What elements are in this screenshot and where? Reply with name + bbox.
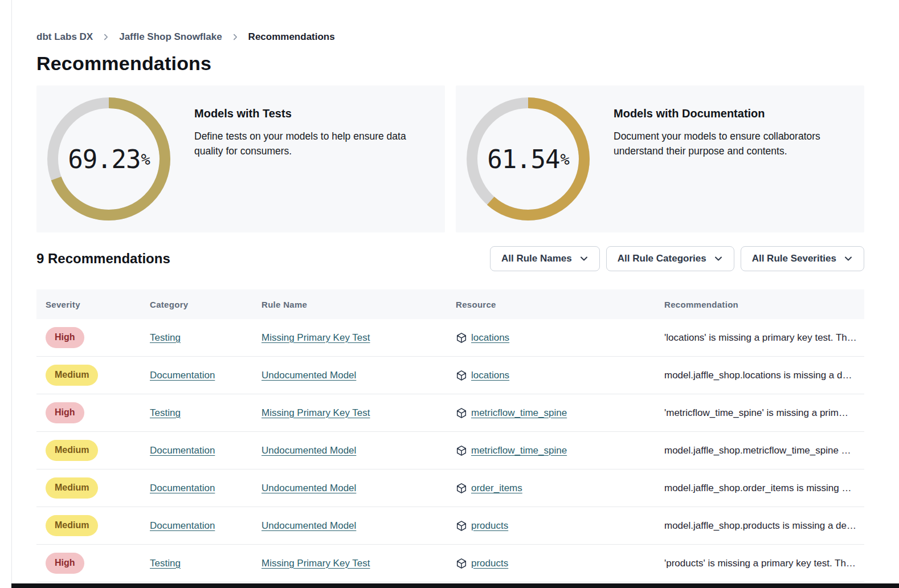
category-cell: Documentation: [141, 370, 252, 381]
rule-severities-filter-label: All Rule Severities: [752, 253, 836, 264]
rule-name-link[interactable]: Undocumented Model: [261, 520, 356, 531]
table-body: High Testing Missing Primary Key Test lo…: [36, 319, 864, 582]
severity-badge: High: [46, 327, 84, 348]
model-cube-icon: [456, 370, 467, 381]
column-header-recommendation: Recommendation: [655, 300, 864, 309]
model-cube-icon: [456, 520, 467, 532]
rule-name-cell: Undocumented Model: [252, 370, 447, 381]
category-link[interactable]: Testing: [150, 332, 181, 343]
recommendation-text: model.jaffle_shop.products is missing a …: [664, 520, 856, 531]
table-row: Medium Documentation Undocumented Model …: [36, 469, 864, 507]
table-row: Medium Documentation Undocumented Model …: [36, 507, 864, 545]
category-cell: Documentation: [141, 445, 252, 456]
recommendation-text: model.jaffle_shop.order_items is missing…: [664, 483, 852, 493]
docs-card-title: Models with Documentation: [614, 107, 851, 120]
rule-categories-filter-label: All Rule Categories: [618, 253, 706, 264]
resource-link[interactable]: locations: [471, 370, 509, 381]
resource-link[interactable]: metricflow_time_spine: [471, 407, 567, 419]
rule-severities-filter-dropdown[interactable]: All Rule Severities: [741, 246, 864, 271]
severity-badge: High: [46, 402, 84, 423]
resource-link[interactable]: order_items: [471, 483, 522, 494]
category-link[interactable]: Documentation: [150, 445, 215, 456]
category-link[interactable]: Documentation: [150, 483, 215, 493]
rule-name-link[interactable]: Undocumented Model: [261, 370, 356, 381]
recommendation-cell: 'locations' is missing a primary key tes…: [655, 332, 864, 344]
severity-cell: Medium: [36, 477, 141, 498]
rule-name-link[interactable]: Missing Primary Key Test: [261, 558, 370, 569]
severity-cell: High: [36, 327, 141, 348]
models-with-documentation-card: 61.54% Models with Documentation Documen…: [456, 85, 864, 232]
tests-percent-label: 69.23%: [47, 97, 170, 220]
metric-cards: 69.23% Models with Tests Define tests on…: [36, 85, 864, 232]
model-cube-icon: [456, 558, 467, 569]
rule-name-link[interactable]: Missing Primary Key Test: [261, 332, 370, 343]
rule-names-filter-label: All Rule Names: [501, 253, 572, 264]
recommendation-cell: model.jaffle_shop.locations is missing a…: [655, 370, 864, 381]
category-link[interactable]: Documentation: [150, 520, 215, 531]
category-link[interactable]: Testing: [150, 407, 181, 418]
rule-categories-filter-dropdown[interactable]: All Rule Categories: [606, 246, 734, 271]
chevron-right-icon: [102, 33, 110, 41]
category-cell: Testing: [141, 332, 252, 344]
rule-name-cell: Undocumented Model: [252, 445, 447, 456]
category-cell: Testing: [141, 558, 252, 569]
list-header: 9 Recommendations All Rule Names All Rul…: [36, 246, 864, 271]
recommendation-text: model.jaffle_shop.metricflow_time_spine …: [664, 445, 851, 456]
resource-cell: order_items: [447, 483, 655, 494]
resource-cell: metricflow_time_spine: [447, 407, 655, 419]
rule-name-link[interactable]: Undocumented Model: [261, 445, 356, 456]
severity-cell: Medium: [36, 440, 141, 460]
docs-percent-label: 61.54%: [467, 97, 590, 220]
page-title: Recommendations: [36, 52, 864, 75]
category-link[interactable]: Testing: [150, 558, 181, 569]
resource-cell: locations: [447, 332, 655, 344]
models-with-tests-card: 69.23% Models with Tests Define tests on…: [36, 85, 445, 232]
category-cell: Documentation: [141, 520, 252, 532]
table-row: High Testing Missing Primary Key Test me…: [36, 394, 864, 432]
resource-link[interactable]: products: [471, 520, 508, 532]
tests-donut-chart: 69.23%: [47, 97, 170, 220]
model-cube-icon: [456, 332, 467, 344]
model-cube-icon: [456, 483, 467, 494]
left-divider: [11, 0, 12, 588]
main-content: dbt Labs DX Jaffle Shop Snowflake Recomm…: [36, 0, 864, 582]
severity-cell: Medium: [36, 365, 141, 385]
tests-card-title: Models with Tests: [194, 107, 431, 120]
chevron-down-icon: [714, 254, 723, 263]
tests-card-text: Models with Tests Define tests on your m…: [194, 107, 431, 211]
recommendations-count: 9 Recommendations: [36, 251, 170, 267]
recommendation-cell: 'metricflow_time_spine' is missing a pri…: [655, 407, 864, 419]
table-row: Medium Documentation Undocumented Model …: [36, 432, 864, 469]
recommendations-table: Severity Category Rule Name Resource Rec…: [36, 289, 864, 582]
resource-cell: locations: [447, 370, 655, 381]
severity-cell: High: [36, 402, 141, 423]
rule-name-cell: Missing Primary Key Test: [252, 558, 447, 569]
resource-link[interactable]: locations: [471, 332, 509, 344]
recommendation-text: 'metricflow_time_spine' is missing a pri…: [664, 407, 848, 418]
breadcrumb-item-dbt-labs-dx[interactable]: dbt Labs DX: [36, 31, 93, 43]
filter-bar: All Rule Names All Rule Categories All R…: [490, 246, 864, 271]
column-header-rule-name: Rule Name: [252, 300, 447, 309]
rule-name-cell: Undocumented Model: [252, 483, 447, 494]
docs-donut-chart: 61.54%: [467, 97, 590, 220]
recommendation-text: 'locations' is missing a primary key tes…: [664, 332, 857, 343]
table-row: High Testing Missing Primary Key Test pr…: [36, 545, 864, 582]
rule-name-link[interactable]: Missing Primary Key Test: [261, 407, 370, 418]
severity-badge: Medium: [46, 515, 98, 536]
column-header-resource: Resource: [447, 300, 655, 309]
recommendation-cell: model.jaffle_shop.products is missing a …: [655, 520, 864, 532]
model-cube-icon: [456, 407, 467, 419]
resource-link[interactable]: products: [471, 558, 508, 569]
category-link[interactable]: Documentation: [150, 370, 215, 381]
rule-names-filter-dropdown[interactable]: All Rule Names: [490, 246, 600, 271]
category-cell: Testing: [141, 407, 252, 419]
breadcrumb-item-recommendations: Recommendations: [248, 31, 335, 43]
resource-cell: products: [447, 558, 655, 569]
table-header-row: Severity Category Rule Name Resource Rec…: [36, 289, 864, 319]
table-row: High Testing Missing Primary Key Test lo…: [36, 319, 864, 357]
resource-cell: products: [447, 520, 655, 532]
rule-name-link[interactable]: Undocumented Model: [261, 483, 356, 493]
breadcrumb-item-jaffle-shop-snowflake[interactable]: Jaffle Shop Snowflake: [119, 31, 222, 43]
resource-link[interactable]: metricflow_time_spine: [471, 445, 567, 456]
docs-card-text: Models with Documentation Document your …: [614, 107, 851, 211]
